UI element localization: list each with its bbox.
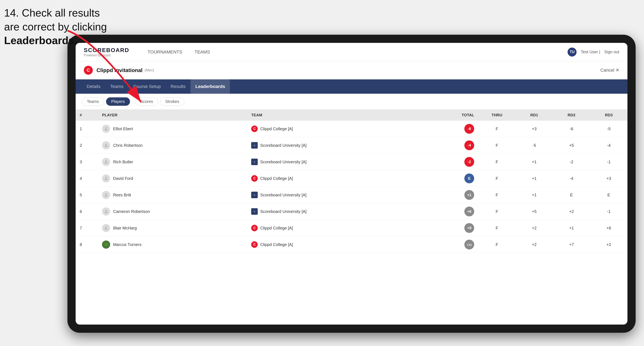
cell-rd2: E: [553, 187, 590, 203]
tab-course-setup[interactable]: Course Setup: [128, 79, 166, 94]
col-header-rd1: RD1: [516, 110, 553, 121]
svg-point-6: [105, 210, 107, 211]
svg-point-7: [105, 226, 107, 228]
player-avatar: [102, 158, 110, 166]
cell-thru: F: [478, 137, 516, 154]
cell-player: Blair McHarg: [98, 220, 247, 236]
table-row: 8🌿Marcus TurnersCClippd College [A]+11F+…: [76, 236, 628, 253]
filter-strokes[interactable]: Strokes: [160, 97, 184, 106]
score-badge: -2: [464, 157, 474, 167]
player-name: Marcus Turners: [113, 242, 142, 247]
top-nav: SCOREBOARD Powered by clippd TOURNAMENTS…: [76, 43, 628, 61]
team-name: Scoreboard University [A]: [260, 209, 306, 214]
cell-rank: 1: [76, 121, 98, 137]
col-header-team: TEAM: [247, 110, 434, 121]
cell-total: -2: [434, 154, 478, 170]
cell-player: Rees Britt: [98, 187, 247, 203]
cell-player: Elliot Ebert: [98, 121, 247, 137]
cell-rd2: +7: [553, 236, 590, 253]
player-avatar: [102, 224, 110, 232]
tab-details[interactable]: Details: [82, 79, 105, 94]
team-logo-clippd: C: [251, 241, 258, 248]
filter-scores[interactable]: Scores: [135, 97, 158, 106]
cell-player: Cameron Robertson: [98, 203, 247, 220]
nav-tournaments[interactable]: TOURNAMENTS: [142, 43, 188, 61]
score-badge: -8: [464, 124, 474, 134]
cell-thru: F: [478, 236, 516, 253]
instruction-line1: 14. Check all results: [4, 7, 100, 19]
team-logo-scoreboard: ≡: [251, 159, 258, 165]
table-header-row: # PLAYER TEAM TOTAL THRU RD1 RD2 RD3: [76, 110, 628, 121]
col-header-rd2: RD2: [553, 110, 590, 121]
cell-team: CClippd College [A]: [247, 121, 434, 137]
table-row: 7Blair McHargCClippd College [A]+9F+2+1+…: [76, 220, 628, 236]
score-badge: -4: [464, 141, 474, 150]
col-header-player: PLAYER: [98, 110, 247, 121]
player-name: Rees Britt: [113, 193, 131, 197]
svg-point-5: [105, 193, 107, 195]
player-avatar: [102, 141, 110, 150]
cell-rd3: +6: [590, 220, 628, 236]
team-name: Clippd College [A]: [260, 226, 293, 230]
team-logo-scoreboard: ≡: [251, 192, 258, 198]
cancel-button[interactable]: Cancel ✕: [600, 68, 619, 73]
cell-thru: F: [478, 220, 516, 236]
cell-rd1: +1: [516, 170, 553, 187]
cell-rank: 6: [76, 203, 98, 220]
sign-out-link[interactable]: Sign out: [604, 50, 619, 54]
cell-rd3: -5: [590, 121, 628, 137]
svg-point-1: [105, 127, 107, 129]
col-header-num: #: [76, 110, 98, 121]
score-badge: +6: [464, 207, 474, 216]
svg-point-2: [105, 144, 107, 145]
logo-sub: Powered by clippd: [84, 53, 129, 57]
cell-rank: 5: [76, 187, 98, 203]
instruction-line2: are correct by clicking: [4, 21, 107, 33]
col-header-thru: THRU: [478, 110, 516, 121]
cell-rd2: +1: [553, 220, 590, 236]
tablet-screen: SCOREBOARD Powered by clippd TOURNAMENTS…: [76, 43, 628, 325]
tournament-logo: C: [84, 66, 93, 75]
nav-teams[interactable]: TEAMS: [188, 43, 216, 61]
cell-rd3: -1: [590, 203, 628, 220]
team-name: Scoreboard University [A]: [260, 193, 306, 197]
player-name: Chris Robertson: [113, 143, 143, 148]
tournament-header: C Clippd Invitational (Men) Cancel ✕: [76, 61, 628, 79]
tournament-badge: (Men): [144, 68, 154, 72]
table-row: 2Chris Robertson≡Scoreboard University […: [76, 137, 628, 154]
tab-teams[interactable]: Teams: [105, 79, 128, 94]
cell-rd1: +2: [516, 236, 553, 253]
cell-team: CClippd College [A]: [247, 220, 434, 236]
nav-right: TU Test User | Sign out: [568, 48, 619, 57]
cell-total: +11: [434, 236, 478, 253]
col-header-rd3: RD3: [590, 110, 628, 121]
team-name: Scoreboard University [A]: [260, 160, 306, 164]
tab-leaderboards[interactable]: Leaderboards: [190, 79, 230, 94]
cell-rank: 4: [76, 170, 98, 187]
cell-rd3: +3: [590, 170, 628, 187]
table-row: 1Elliot EbertCClippd College [A]-8F+3-6-…: [76, 121, 628, 137]
cell-total: +1: [434, 187, 478, 203]
col-header-total: TOTAL: [434, 110, 478, 121]
cell-total: +6: [434, 203, 478, 220]
team-logo-clippd: C: [251, 175, 258, 182]
cell-rank: 8: [76, 236, 98, 253]
cell-player: Rich Butler: [98, 154, 247, 170]
cell-rd2: -6: [553, 121, 590, 137]
cell-rank: 7: [76, 220, 98, 236]
cell-player: 🌿Marcus Turners: [98, 236, 247, 253]
tab-bar: Details Teams Course Setup Results Leade…: [76, 79, 628, 94]
filter-teams[interactable]: Teams: [82, 97, 104, 106]
tablet-frame: SCOREBOARD Powered by clippd TOURNAMENTS…: [68, 35, 636, 333]
cell-rd1: +1: [516, 154, 553, 170]
leaderboard-table: # PLAYER TEAM TOTAL THRU RD1 RD2 RD3 1El…: [76, 110, 628, 253]
cell-rd2: +5: [553, 137, 590, 154]
cell-team: ≡Scoreboard University [A]: [247, 203, 434, 220]
cell-rd2: -2: [553, 154, 590, 170]
cell-team: CClippd College [A]: [247, 170, 434, 187]
cell-rd3: +2: [590, 236, 628, 253]
filter-players[interactable]: Players: [106, 97, 130, 106]
tab-results[interactable]: Results: [166, 79, 190, 94]
cell-rd3: -1: [590, 154, 628, 170]
cell-rd3: -4: [590, 137, 628, 154]
